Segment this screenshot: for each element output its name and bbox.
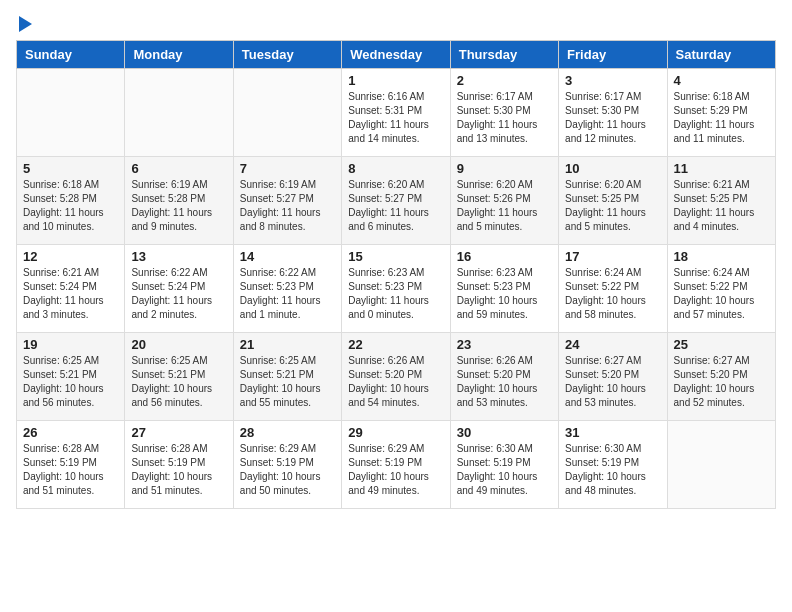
calendar-cell bbox=[17, 69, 125, 157]
calendar-week-row: 1Sunrise: 6:16 AM Sunset: 5:31 PM Daylig… bbox=[17, 69, 776, 157]
day-info: Sunrise: 6:17 AM Sunset: 5:30 PM Dayligh… bbox=[565, 90, 660, 146]
day-of-week-header: Friday bbox=[559, 41, 667, 69]
calendar-week-row: 19Sunrise: 6:25 AM Sunset: 5:21 PM Dayli… bbox=[17, 333, 776, 421]
logo bbox=[16, 16, 32, 32]
day-info: Sunrise: 6:18 AM Sunset: 5:29 PM Dayligh… bbox=[674, 90, 769, 146]
calendar-cell: 5Sunrise: 6:18 AM Sunset: 5:28 PM Daylig… bbox=[17, 157, 125, 245]
calendar-cell: 16Sunrise: 6:23 AM Sunset: 5:23 PM Dayli… bbox=[450, 245, 558, 333]
day-info: Sunrise: 6:20 AM Sunset: 5:25 PM Dayligh… bbox=[565, 178, 660, 234]
day-info: Sunrise: 6:25 AM Sunset: 5:21 PM Dayligh… bbox=[240, 354, 335, 410]
day-of-week-header: Sunday bbox=[17, 41, 125, 69]
calendar-cell: 29Sunrise: 6:29 AM Sunset: 5:19 PM Dayli… bbox=[342, 421, 450, 509]
day-info: Sunrise: 6:26 AM Sunset: 5:20 PM Dayligh… bbox=[348, 354, 443, 410]
day-number: 21 bbox=[240, 337, 335, 352]
day-info: Sunrise: 6:21 AM Sunset: 5:24 PM Dayligh… bbox=[23, 266, 118, 322]
day-number: 13 bbox=[131, 249, 226, 264]
day-number: 18 bbox=[674, 249, 769, 264]
day-info: Sunrise: 6:17 AM Sunset: 5:30 PM Dayligh… bbox=[457, 90, 552, 146]
day-number: 19 bbox=[23, 337, 118, 352]
day-number: 27 bbox=[131, 425, 226, 440]
calendar-cell: 18Sunrise: 6:24 AM Sunset: 5:22 PM Dayli… bbox=[667, 245, 775, 333]
calendar-week-row: 26Sunrise: 6:28 AM Sunset: 5:19 PM Dayli… bbox=[17, 421, 776, 509]
day-info: Sunrise: 6:21 AM Sunset: 5:25 PM Dayligh… bbox=[674, 178, 769, 234]
calendar-week-row: 12Sunrise: 6:21 AM Sunset: 5:24 PM Dayli… bbox=[17, 245, 776, 333]
calendar-cell: 31Sunrise: 6:30 AM Sunset: 5:19 PM Dayli… bbox=[559, 421, 667, 509]
day-number: 28 bbox=[240, 425, 335, 440]
day-info: Sunrise: 6:19 AM Sunset: 5:28 PM Dayligh… bbox=[131, 178, 226, 234]
calendar-cell: 10Sunrise: 6:20 AM Sunset: 5:25 PM Dayli… bbox=[559, 157, 667, 245]
calendar-cell: 27Sunrise: 6:28 AM Sunset: 5:19 PM Dayli… bbox=[125, 421, 233, 509]
day-info: Sunrise: 6:30 AM Sunset: 5:19 PM Dayligh… bbox=[565, 442, 660, 498]
day-of-week-header: Wednesday bbox=[342, 41, 450, 69]
day-of-week-header: Tuesday bbox=[233, 41, 341, 69]
day-info: Sunrise: 6:20 AM Sunset: 5:26 PM Dayligh… bbox=[457, 178, 552, 234]
day-info: Sunrise: 6:25 AM Sunset: 5:21 PM Dayligh… bbox=[23, 354, 118, 410]
day-number: 29 bbox=[348, 425, 443, 440]
day-of-week-header: Saturday bbox=[667, 41, 775, 69]
day-number: 23 bbox=[457, 337, 552, 352]
day-info: Sunrise: 6:24 AM Sunset: 5:22 PM Dayligh… bbox=[674, 266, 769, 322]
day-number: 5 bbox=[23, 161, 118, 176]
calendar-cell: 30Sunrise: 6:30 AM Sunset: 5:19 PM Dayli… bbox=[450, 421, 558, 509]
day-info: Sunrise: 6:20 AM Sunset: 5:27 PM Dayligh… bbox=[348, 178, 443, 234]
calendar-cell: 3Sunrise: 6:17 AM Sunset: 5:30 PM Daylig… bbox=[559, 69, 667, 157]
day-info: Sunrise: 6:27 AM Sunset: 5:20 PM Dayligh… bbox=[674, 354, 769, 410]
day-number: 15 bbox=[348, 249, 443, 264]
day-of-week-header: Thursday bbox=[450, 41, 558, 69]
calendar-cell: 12Sunrise: 6:21 AM Sunset: 5:24 PM Dayli… bbox=[17, 245, 125, 333]
calendar-cell bbox=[125, 69, 233, 157]
day-number: 17 bbox=[565, 249, 660, 264]
day-info: Sunrise: 6:30 AM Sunset: 5:19 PM Dayligh… bbox=[457, 442, 552, 498]
calendar-cell: 14Sunrise: 6:22 AM Sunset: 5:23 PM Dayli… bbox=[233, 245, 341, 333]
day-number: 14 bbox=[240, 249, 335, 264]
day-info: Sunrise: 6:16 AM Sunset: 5:31 PM Dayligh… bbox=[348, 90, 443, 146]
day-number: 22 bbox=[348, 337, 443, 352]
calendar-cell: 8Sunrise: 6:20 AM Sunset: 5:27 PM Daylig… bbox=[342, 157, 450, 245]
day-number: 20 bbox=[131, 337, 226, 352]
day-number: 30 bbox=[457, 425, 552, 440]
day-info: Sunrise: 6:26 AM Sunset: 5:20 PM Dayligh… bbox=[457, 354, 552, 410]
calendar-header-row: SundayMondayTuesdayWednesdayThursdayFrid… bbox=[17, 41, 776, 69]
calendar-cell: 24Sunrise: 6:27 AM Sunset: 5:20 PM Dayli… bbox=[559, 333, 667, 421]
day-info: Sunrise: 6:29 AM Sunset: 5:19 PM Dayligh… bbox=[240, 442, 335, 498]
day-of-week-header: Monday bbox=[125, 41, 233, 69]
calendar-cell: 7Sunrise: 6:19 AM Sunset: 5:27 PM Daylig… bbox=[233, 157, 341, 245]
calendar-cell: 11Sunrise: 6:21 AM Sunset: 5:25 PM Dayli… bbox=[667, 157, 775, 245]
calendar-cell: 17Sunrise: 6:24 AM Sunset: 5:22 PM Dayli… bbox=[559, 245, 667, 333]
day-number: 12 bbox=[23, 249, 118, 264]
day-info: Sunrise: 6:23 AM Sunset: 5:23 PM Dayligh… bbox=[348, 266, 443, 322]
day-number: 6 bbox=[131, 161, 226, 176]
day-number: 31 bbox=[565, 425, 660, 440]
day-info: Sunrise: 6:23 AM Sunset: 5:23 PM Dayligh… bbox=[457, 266, 552, 322]
calendar-cell: 22Sunrise: 6:26 AM Sunset: 5:20 PM Dayli… bbox=[342, 333, 450, 421]
day-number: 1 bbox=[348, 73, 443, 88]
calendar-cell: 26Sunrise: 6:28 AM Sunset: 5:19 PM Dayli… bbox=[17, 421, 125, 509]
day-number: 24 bbox=[565, 337, 660, 352]
calendar-cell: 20Sunrise: 6:25 AM Sunset: 5:21 PM Dayli… bbox=[125, 333, 233, 421]
day-number: 16 bbox=[457, 249, 552, 264]
day-info: Sunrise: 6:28 AM Sunset: 5:19 PM Dayligh… bbox=[131, 442, 226, 498]
calendar-cell: 23Sunrise: 6:26 AM Sunset: 5:20 PM Dayli… bbox=[450, 333, 558, 421]
calendar-cell: 21Sunrise: 6:25 AM Sunset: 5:21 PM Dayli… bbox=[233, 333, 341, 421]
day-info: Sunrise: 6:24 AM Sunset: 5:22 PM Dayligh… bbox=[565, 266, 660, 322]
day-info: Sunrise: 6:28 AM Sunset: 5:19 PM Dayligh… bbox=[23, 442, 118, 498]
day-number: 8 bbox=[348, 161, 443, 176]
calendar-cell: 4Sunrise: 6:18 AM Sunset: 5:29 PM Daylig… bbox=[667, 69, 775, 157]
calendar-cell: 6Sunrise: 6:19 AM Sunset: 5:28 PM Daylig… bbox=[125, 157, 233, 245]
day-number: 2 bbox=[457, 73, 552, 88]
day-number: 26 bbox=[23, 425, 118, 440]
day-info: Sunrise: 6:22 AM Sunset: 5:24 PM Dayligh… bbox=[131, 266, 226, 322]
day-info: Sunrise: 6:22 AM Sunset: 5:23 PM Dayligh… bbox=[240, 266, 335, 322]
calendar-cell bbox=[233, 69, 341, 157]
calendar-cell: 19Sunrise: 6:25 AM Sunset: 5:21 PM Dayli… bbox=[17, 333, 125, 421]
day-number: 9 bbox=[457, 161, 552, 176]
day-number: 3 bbox=[565, 73, 660, 88]
calendar-cell: 13Sunrise: 6:22 AM Sunset: 5:24 PM Dayli… bbox=[125, 245, 233, 333]
day-number: 4 bbox=[674, 73, 769, 88]
calendar-cell: 9Sunrise: 6:20 AM Sunset: 5:26 PM Daylig… bbox=[450, 157, 558, 245]
day-info: Sunrise: 6:27 AM Sunset: 5:20 PM Dayligh… bbox=[565, 354, 660, 410]
calendar-cell: 25Sunrise: 6:27 AM Sunset: 5:20 PM Dayli… bbox=[667, 333, 775, 421]
day-number: 11 bbox=[674, 161, 769, 176]
calendar-table: SundayMondayTuesdayWednesdayThursdayFrid… bbox=[16, 40, 776, 509]
day-info: Sunrise: 6:19 AM Sunset: 5:27 PM Dayligh… bbox=[240, 178, 335, 234]
